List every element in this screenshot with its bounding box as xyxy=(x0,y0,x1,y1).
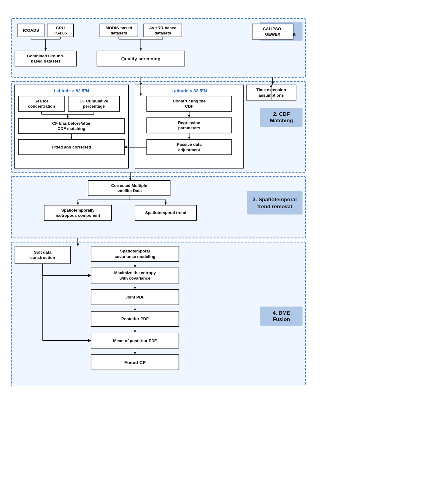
svg-text:TS4.05: TS4.05 xyxy=(54,31,67,35)
svg-text:Regression: Regression xyxy=(178,120,200,125)
svg-text:parameters: parameters xyxy=(178,126,200,130)
svg-rect-73 xyxy=(147,139,232,155)
svg-text:CALIPSO-: CALIPSO- xyxy=(263,27,282,31)
svg-text:percentage: percentage xyxy=(83,104,105,109)
svg-text:ICOADS: ICOADS xyxy=(23,28,39,33)
svg-text:satellite Data: satellite Data xyxy=(116,188,142,193)
svg-text:datasets: datasets xyxy=(154,31,171,35)
svg-text:Passive data: Passive data xyxy=(177,142,202,147)
svg-rect-105 xyxy=(44,205,112,220)
svg-text:Spatiotemporal trend: Spatiotemporal trend xyxy=(145,210,186,215)
svg-text:Fusion: Fusion xyxy=(273,316,290,322)
svg-text:isotropous component: isotropous component xyxy=(56,213,100,218)
svg-text:with covariance: with covariance xyxy=(119,276,150,281)
svg-text:Combined Ground-: Combined Ground- xyxy=(27,54,65,58)
svg-text:CF bias before/after: CF bias before/after xyxy=(52,121,91,126)
svg-text:3. Spatiotemporal: 3. Spatiotemporal xyxy=(253,196,297,202)
svg-text:Fused CF: Fused CF xyxy=(124,360,146,365)
svg-text:covariance modeling: covariance modeling xyxy=(115,254,155,259)
svg-rect-63 xyxy=(147,96,232,111)
svg-text:Soft data: Soft data xyxy=(34,250,51,255)
svg-text:concentration: concentration xyxy=(28,104,55,109)
svg-text:Maximize the entropy: Maximize the entropy xyxy=(114,270,156,275)
svg-rect-126 xyxy=(91,268,179,283)
svg-rect-116 xyxy=(15,246,71,264)
svg-rect-30 xyxy=(252,24,293,39)
svg-text:datasets: datasets xyxy=(111,31,127,35)
svg-text:Mean of posterior PDF: Mean of posterior PDF xyxy=(113,338,157,343)
svg-text:AVHRR-based: AVHRR-based xyxy=(149,26,176,30)
svg-rect-68 xyxy=(147,118,232,133)
svg-text:Sea ice: Sea ice xyxy=(34,99,49,103)
svg-text:CDF: CDF xyxy=(185,104,193,109)
svg-text:Corrected Multiple: Corrected Multiple xyxy=(111,183,147,188)
svg-rect-88 xyxy=(247,191,303,215)
svg-rect-121 xyxy=(91,246,179,261)
svg-text:Posterior PDF: Posterior PDF xyxy=(121,316,149,321)
svg-text:MODIS-based: MODIS-based xyxy=(105,26,132,30)
svg-rect-44 xyxy=(68,96,119,111)
svg-text:GEWEX: GEWEX xyxy=(265,32,280,37)
svg-text:4. BME: 4. BME xyxy=(273,310,290,316)
svg-text:Spatiotemporal: Spatiotemporal xyxy=(120,249,150,253)
svg-text:Quality screening: Quality screening xyxy=(121,56,161,61)
svg-rect-41 xyxy=(18,96,65,111)
svg-text:adjustment: adjustment xyxy=(178,148,200,152)
svg-text:construction: construction xyxy=(30,255,55,260)
svg-text:Joint PDF: Joint PDF xyxy=(126,295,145,299)
svg-text:Latitude < 82.5°N: Latitude < 82.5°N xyxy=(172,88,207,93)
svg-text:Latitude ≥ 82.5°N: Latitude ≥ 82.5°N xyxy=(54,88,89,93)
svg-text:Fitted and corrected: Fitted and corrected xyxy=(52,145,91,149)
svg-text:Constructing the: Constructing the xyxy=(173,99,206,103)
svg-text:CRU: CRU xyxy=(56,26,65,30)
svg-text:Spatiotemporally: Spatiotemporally xyxy=(61,208,95,213)
svg-rect-95 xyxy=(88,181,170,196)
svg-rect-52 xyxy=(18,118,124,134)
svg-text:Matching: Matching xyxy=(270,117,293,123)
svg-text:CF Cumulative: CF Cumulative xyxy=(80,99,108,103)
svg-text:trend removal: trend removal xyxy=(257,203,292,209)
svg-text:based datasets: based datasets xyxy=(31,59,60,63)
svg-rect-14 xyxy=(15,51,76,66)
svg-text:CDF matching: CDF matching xyxy=(58,126,85,131)
svg-text:2. CDF: 2. CDF xyxy=(273,111,290,117)
